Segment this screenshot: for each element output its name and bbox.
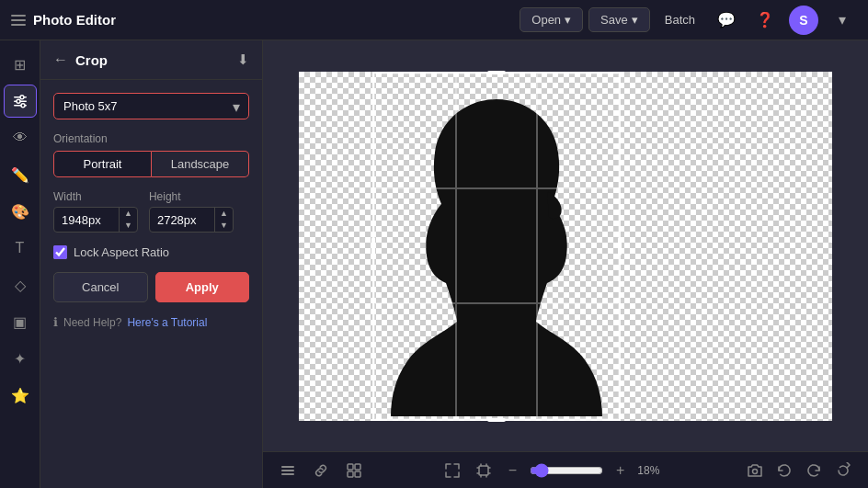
sidebar-item-adjust[interactable]	[4, 85, 37, 118]
image-canvas	[299, 72, 832, 421]
lock-aspect-label[interactable]: Lock Aspect Ratio	[74, 245, 169, 259]
width-spinners: ▲ ▼	[119, 208, 137, 232]
menu-icon[interactable]	[11, 15, 26, 26]
sidebar-item-eye[interactable]: 👁	[4, 121, 37, 154]
portrait-button[interactable]: Portrait	[53, 151, 152, 177]
lock-aspect-row: Lock Aspect Ratio	[53, 245, 249, 259]
topbar-right: 💬 ❓ S ▾	[712, 6, 857, 35]
svg-rect-10	[281, 470, 294, 471]
help-text: Need Help?	[63, 316, 121, 329]
avatar[interactable]: S	[789, 6, 818, 35]
sidebar-item-effects[interactable]: 🎨	[4, 195, 37, 228]
zoom-percent: 18%	[637, 464, 668, 477]
open-button[interactable]: Open ▾	[520, 7, 583, 32]
width-decrement-button[interactable]: ▼	[120, 220, 137, 232]
sidebar-item-sticker[interactable]: ⭐	[4, 379, 37, 412]
batch-button[interactable]: Batch	[656, 8, 704, 31]
svg-point-5	[17, 99, 20, 103]
crop-handle-bottom[interactable]	[487, 418, 506, 422]
crop-handle-top[interactable]	[487, 71, 506, 74]
panel-save-icon[interactable]: ⬇	[237, 51, 249, 68]
orientation-section: Orientation Portrait Landscape	[53, 132, 249, 177]
panel-body: Photo 5x7 Photo 4x6 Photo 8x10 Custom Sq…	[40, 80, 262, 342]
apply-button[interactable]: Apply	[155, 272, 250, 302]
forward-button[interactable]	[831, 459, 855, 482]
save-button[interactable]: Save ▾	[588, 7, 650, 32]
action-row: Cancel Apply	[53, 272, 249, 302]
chevron-down-icon-button[interactable]: ▾	[828, 6, 857, 35]
svg-rect-13	[355, 464, 360, 470]
svg-rect-11	[281, 473, 294, 475]
crop-handle-bottomright[interactable]	[608, 408, 621, 421]
crop-handle-right[interactable]	[618, 237, 622, 255]
svg-rect-9	[281, 466, 294, 468]
sidebar-item-brush[interactable]: ✏️	[4, 158, 37, 191]
crop-preset-dropdown[interactable]: Photo 5x7 Photo 4x6 Photo 8x10 Custom Sq…	[53, 93, 249, 119]
crop-cell	[456, 188, 538, 303]
height-input-wrap: ▲ ▼	[149, 207, 234, 233]
orientation-buttons: Portrait Landscape	[53, 151, 249, 177]
app-title: Photo Editor	[33, 12, 116, 28]
svg-rect-12	[348, 464, 353, 470]
canvas-viewport	[263, 40, 868, 451]
cancel-button[interactable]: Cancel	[53, 272, 148, 302]
crop-cell	[456, 74, 538, 188]
topbar: Photo Editor Open ▾ Save ▾ Batch 💬 ❓ S ▾	[0, 0, 868, 40]
link-button[interactable]	[309, 459, 333, 482]
bottom-toolbar: − + 18%	[263, 451, 868, 488]
landscape-button[interactable]: Landscape	[152, 151, 249, 177]
sidebar-item-shapes[interactable]: ◇	[4, 268, 37, 301]
zoom-in-button[interactable]: +	[611, 460, 630, 481]
crop-cell	[537, 74, 619, 188]
crop-icon-button[interactable]	[472, 459, 496, 482]
crop-grid	[374, 74, 619, 419]
sidebar-item-dashboard[interactable]: ⊞	[4, 48, 37, 81]
lock-aspect-checkbox[interactable]	[53, 245, 67, 259]
snapshot-button[interactable]	[743, 459, 767, 482]
dimensions-row: Width ▲ ▼ Height ▲	[53, 190, 249, 233]
height-increment-button[interactable]: ▲	[215, 208, 233, 220]
sidebar-item-text[interactable]: T	[4, 232, 37, 265]
sidebar-item-elements[interactable]: ✦	[4, 342, 37, 375]
crop-cell	[537, 188, 619, 303]
zoom-out-button[interactable]: −	[503, 460, 522, 481]
height-group: Height ▲ ▼	[149, 190, 234, 233]
height-spinners: ▲ ▼	[214, 208, 233, 232]
sidebar-item-frames[interactable]: ▣	[4, 305, 37, 338]
help-row: ℹ Need Help? Here's a Tutorial	[53, 315, 249, 329]
canvas-area: − + 18%	[263, 40, 868, 488]
height-decrement-button[interactable]: ▼	[215, 220, 233, 232]
layers-button[interactable]	[276, 459, 300, 482]
info-icon: ℹ	[53, 315, 58, 329]
expand-button[interactable]	[440, 459, 464, 482]
crop-cell	[537, 303, 619, 418]
crop-handle-topright[interactable]	[608, 72, 621, 85]
svg-rect-14	[348, 471, 353, 477]
crop-handle-left[interactable]	[371, 237, 375, 255]
panel-title: Crop	[75, 52, 230, 68]
crop-box[interactable]	[372, 72, 621, 421]
width-increment-button[interactable]: ▲	[120, 208, 137, 220]
crop-handle-topleft[interactable]	[372, 72, 385, 85]
redo-button[interactable]	[802, 459, 826, 482]
main-area: ⊞ 👁 ✏️ 🎨 T ◇ ▣ ✦ ⭐ ← Crop	[0, 40, 868, 488]
bottom-center: − + 18%	[440, 459, 669, 482]
svg-point-2	[20, 96, 24, 99]
help-link[interactable]: Here's a Tutorial	[127, 316, 207, 329]
crop-handle-bottomleft[interactable]	[372, 408, 385, 421]
bottom-right	[743, 459, 855, 482]
icon-sidebar: ⊞ 👁 ✏️ 🎨 T ◇ ▣ ✦ ⭐	[0, 40, 40, 488]
height-label: Height	[149, 190, 234, 203]
zoom-slider[interactable]	[530, 463, 603, 478]
bottom-left	[276, 459, 366, 482]
width-input[interactable]	[54, 209, 119, 232]
svg-point-17	[753, 469, 758, 473]
chat-icon-button[interactable]: 💬	[712, 6, 741, 35]
chevron-down-icon: ▾	[632, 13, 638, 27]
grid-button[interactable]	[342, 459, 366, 482]
back-button[interactable]: ←	[53, 51, 68, 68]
help-icon-button[interactable]: ❓	[750, 6, 780, 35]
height-input[interactable]	[150, 209, 214, 232]
orientation-label: Orientation	[53, 132, 249, 145]
undo-button[interactable]	[772, 459, 796, 482]
